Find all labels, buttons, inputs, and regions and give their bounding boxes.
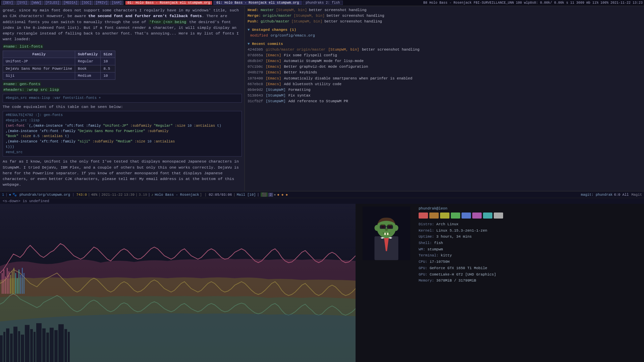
svg-rect-32 bbox=[23, 273, 24, 294]
commits-list: 424d305 github/master origin/master [Stu… bbox=[248, 47, 641, 104]
color-gray bbox=[494, 213, 503, 219]
uptime-row: Uptime: 3 hours, 34 mins bbox=[419, 234, 503, 240]
table-cell-sub2: Book bbox=[75, 65, 101, 72]
commit-hash-9[interactable]: 31cfb2f bbox=[248, 99, 263, 104]
merge-branch: origin/master bbox=[263, 13, 292, 19]
nav-item-72[interactable]: ○ 7.2 Colors ↓ bbox=[3, 190, 242, 191]
svg-rect-14 bbox=[50, 328, 54, 362]
color-teal bbox=[483, 213, 492, 219]
commit-row-7: 0b9e9d2 [StumpWM] Formatting bbox=[248, 87, 641, 93]
commit-hash-7[interactable]: 0b9e9d2 bbox=[248, 87, 263, 93]
commit-row-1: 07dd65a [Emacs] Fix some flyspell config bbox=[248, 53, 641, 58]
status-music-time: 02:05/03:06 bbox=[209, 193, 232, 197]
svg-rect-10 bbox=[34, 332, 36, 362]
status-path: phundrak/org/stumpwm.org bbox=[19, 193, 70, 197]
commit-tag-6: [Emacs] bbox=[266, 81, 281, 87]
active-window-title: 01: Holo Bass - Rosenjack eli stumpwm.or… bbox=[125, 1, 212, 5]
avatar-svg bbox=[360, 206, 413, 260]
tag-soc[interactable]: [SOC] bbox=[80, 1, 93, 5]
svg-rect-12 bbox=[42, 328, 46, 362]
table-header-subfamily: Subfamily bbox=[75, 51, 101, 58]
commit-hash-5[interactable]: 1078400 bbox=[248, 76, 263, 81]
tag-sys[interactable]: [SYS] bbox=[15, 1, 29, 5]
svg-rect-22 bbox=[7, 268, 8, 294]
commit-tag-3: [Emacs] bbox=[266, 64, 281, 70]
svg-rect-8 bbox=[25, 325, 30, 362]
code-block-results: #RESULTS[4792 :]: gen-fonts #begin_src :… bbox=[3, 111, 242, 157]
head-tag: [StumpWM, bin] bbox=[276, 7, 307, 13]
emacs-status-bar: 1 | ● 🐾 phundrak/org/stumpwm.org | 743:0… bbox=[0, 191, 644, 198]
commit-msg-3: Better graphviz-dot mode configuration bbox=[284, 64, 368, 70]
commit-msg-4: Better keybinds bbox=[284, 70, 317, 75]
top-bar: [DEV] [SYS] [WWW] [FILES] [MEDIA] [SOC] … bbox=[0, 0, 644, 6]
commit-hash-0[interactable]: 424d305 bbox=[248, 47, 263, 53]
commit-ref-0: github/master origin/master bbox=[266, 47, 325, 53]
tag-dev[interactable]: [DEV] bbox=[1, 1, 15, 5]
svg-rect-13 bbox=[46, 333, 49, 362]
commit-tag-0: [StumpWM, bin] bbox=[328, 47, 359, 53]
merge-tag: [StumpWM, bin] bbox=[293, 13, 324, 19]
commit-hash-8[interactable]: 5138643 bbox=[248, 93, 263, 99]
svg-point-46 bbox=[393, 225, 398, 231]
tag-www[interactable]: [WWW] bbox=[30, 1, 43, 5]
svg-rect-3 bbox=[6, 328, 9, 362]
svg-rect-16 bbox=[58, 324, 64, 362]
fonts-table: Family Subfamily Size Unifont-JP Regular… bbox=[3, 51, 115, 80]
status-mail: Mail [10] bbox=[237, 193, 256, 197]
svg-rect-48 bbox=[387, 225, 393, 229]
commit-hash-2[interactable]: d6db347 bbox=[248, 58, 263, 64]
unstaged-section-toggle[interactable]: ▼ bbox=[248, 28, 250, 32]
svg-rect-21 bbox=[5, 277, 6, 294]
status-pct: 40% bbox=[91, 193, 97, 197]
head-branch: master bbox=[261, 7, 274, 13]
sys-details: Distro: Arch Linux Kernel: Linux 5.15.3-… bbox=[419, 221, 503, 284]
window-tab-1[interactable]: 01: Holo Bass - Rosenjack eli stumpwm.or… bbox=[213, 1, 302, 5]
commit-msg-9: Add reference to StumpWM PR bbox=[288, 99, 348, 104]
org-text-unifont: As far as I know, Unifont is the only fo… bbox=[3, 159, 242, 187]
tag-priv[interactable]: [PRIV] bbox=[94, 1, 109, 5]
memory-row: Memory: 3678MiB / 31799MiB bbox=[419, 278, 503, 284]
merge-msg: better screenshot handling bbox=[327, 13, 384, 19]
recent-commits-toggle[interactable]: ▼ bbox=[248, 42, 250, 46]
svg-rect-11 bbox=[36, 323, 42, 362]
wm-row: WM: stumpwm bbox=[419, 246, 503, 253]
commit-tag-9: [StumpWM] bbox=[266, 99, 285, 104]
tag-media[interactable]: [MEDIA] bbox=[62, 1, 79, 5]
table-cell-font2: DejaVu Sans Mono for Powerline bbox=[3, 65, 75, 72]
shell-row: Shell: fish bbox=[419, 240, 503, 246]
commit-hash-1[interactable]: 07dd65a bbox=[248, 53, 263, 58]
window-tab-2[interactable]: phundraks 2: fish bbox=[303, 1, 343, 5]
modified-filepath[interactable]: org/config/emacs.org bbox=[271, 33, 315, 39]
top-right-info: B8 Holo Bass - Rosenjack FBI-SURVEILLANC… bbox=[423, 1, 643, 5]
magit-label: Magit bbox=[631, 193, 642, 197]
unstaged-label: Unstaged changes (1) bbox=[252, 28, 296, 32]
emacs-org-panel[interactable]: great, since my main font does not suppo… bbox=[0, 6, 245, 191]
magit-panel[interactable]: Head: master [StumpWM, bin] better scree… bbox=[245, 6, 644, 191]
tag-files[interactable]: [FILES] bbox=[44, 1, 61, 5]
cpu-row: CPU: i7-10750H bbox=[419, 259, 503, 265]
commit-hash-4[interactable]: d48b270 bbox=[248, 70, 263, 75]
commit-hash-6[interactable]: 667ebc8 bbox=[248, 81, 263, 87]
commit-tag-1: [Emacs] bbox=[266, 53, 281, 58]
color-red bbox=[419, 213, 428, 219]
svg-rect-7 bbox=[21, 335, 24, 362]
svg-rect-19 bbox=[2, 273, 3, 294]
workspace-tags[interactable]: [DEV] [SYS] [WWW] [FILES] [MEDIA] [SOC] … bbox=[1, 1, 123, 5]
table-header-size: Size bbox=[101, 51, 115, 58]
svg-rect-15 bbox=[54, 330, 58, 362]
svg-rect-30 bbox=[20, 275, 21, 294]
code-name-list-fonts: #name: list-fonts bbox=[3, 44, 43, 49]
status-col-indicator: ⬛ bbox=[261, 192, 268, 197]
svg-rect-31 bbox=[22, 268, 23, 294]
tag-gam[interactable]: [GAM] bbox=[110, 1, 123, 5]
table-cell-sub3: Medium bbox=[75, 72, 101, 80]
commit-hash-3[interactable]: 07c1b0c bbox=[248, 64, 263, 70]
avatar-image bbox=[360, 206, 413, 260]
table-cell-size2: 8.5 bbox=[101, 65, 115, 72]
recent-commits-label: Recent commits bbox=[252, 42, 283, 46]
echo-message: <s-down> is undefined bbox=[3, 199, 49, 203]
status-music: Holo Bass - Rosenjack bbox=[155, 193, 199, 197]
svg-rect-25 bbox=[12, 271, 13, 294]
avatar-area: phundrak@leon Distro: Arch Linux bbox=[360, 206, 640, 284]
waveform-visualizer[interactable] bbox=[0, 204, 356, 362]
